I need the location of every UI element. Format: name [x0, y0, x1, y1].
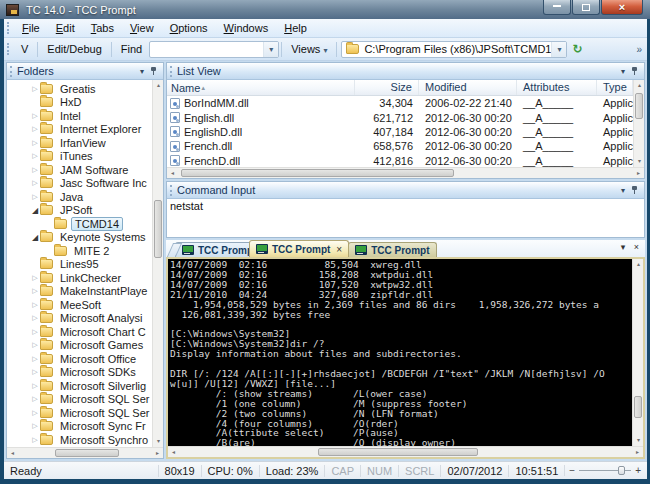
scroll-up-icon[interactable]: ▴	[633, 259, 643, 270]
panel-menu-icon[interactable]: ▾	[618, 186, 628, 195]
tree-item[interactable]: ▷Jasc Software Inc	[7, 177, 152, 191]
expand-arrow-icon[interactable]: ▷	[30, 355, 40, 363]
menu-item-help[interactable]: Help	[276, 20, 315, 36]
scrollbar-thumb[interactable]	[635, 93, 643, 119]
expand-arrow-icon[interactable]: ▷	[30, 341, 40, 349]
panel-menu-icon[interactable]: ▾	[137, 67, 147, 76]
expand-arrow-icon[interactable]: ▷	[30, 152, 40, 160]
tree-item[interactable]: ▷Microsoft SDKs	[7, 366, 152, 380]
tree-item[interactable]: ◢Keynote Systems	[7, 231, 152, 245]
command-input-field[interactable]: netstat	[167, 199, 644, 237]
expand-arrow-icon[interactable]: ▷	[30, 193, 40, 201]
folder-tree-hscrollbar[interactable]: ◂ ▸	[7, 447, 163, 458]
tree-item[interactable]: ▷Internet Explorer	[7, 123, 152, 137]
chevron-down-icon[interactable]: ▾	[551, 42, 566, 57]
pin-icon[interactable]	[630, 65, 639, 77]
scroll-down-icon[interactable]: ▾	[153, 436, 163, 447]
tree-item[interactable]: ▷Microsoft Silverlig	[7, 379, 152, 393]
console-vscrollbar[interactable]: ▴ ▾	[632, 259, 643, 446]
address-path[interactable]: C:\Program Files (x86)\JPSoft\TCMD14	[361, 43, 551, 55]
scrollbar-thumb[interactable]	[634, 396, 642, 418]
collapse-arrow-icon[interactable]: ◢	[30, 233, 40, 242]
file-list-hscrollbar[interactable]: ◂ ▸	[167, 167, 644, 178]
expand-arrow-icon[interactable]: ▷	[30, 139, 40, 147]
views-button[interactable]: Views ▾	[284, 40, 334, 58]
find-combobox[interactable]: ▾	[149, 41, 279, 58]
panel-menu-icon[interactable]: ▾	[618, 67, 628, 76]
scrollbar-thumb[interactable]	[55, 449, 119, 457]
tree-item[interactable]: ▷iTunes	[7, 150, 152, 164]
tree-item[interactable]: ▷Microsoft Synchro	[7, 433, 152, 447]
tree-item[interactable]: TCMD14	[7, 217, 152, 231]
close-tab-icon[interactable]: ×	[336, 244, 342, 255]
close-console-icon[interactable]: ×	[631, 242, 642, 252]
edit-debug-button[interactable]: Edit/Debug	[40, 40, 108, 58]
scroll-down-icon[interactable]: ▾	[634, 156, 644, 167]
list-view-panel-header[interactable]: List View ▾	[167, 63, 644, 80]
slider-track[interactable]	[579, 470, 631, 471]
expand-arrow-icon[interactable]: ▷	[30, 436, 40, 444]
expand-arrow-icon[interactable]: ▷	[30, 314, 40, 322]
file-row[interactable]: FrenchD.dll412,8162012-06-30 00:20__A___…	[167, 154, 633, 167]
console-tab[interactable]: TCC Prompt	[348, 242, 436, 257]
zoom-slider[interactable]: − +	[564, 465, 647, 476]
column-header-type[interactable]: Type	[597, 80, 633, 95]
expand-arrow-icon[interactable]: ▷	[30, 125, 40, 133]
tree-item[interactable]: ▷MeeSoft	[7, 298, 152, 312]
minimize-button[interactable]	[543, 0, 571, 15]
address-combobox[interactable]: C:\Program Files (x86)\JPSoft\TCMD14 ▾	[341, 41, 567, 58]
scroll-left-icon[interactable]: ◂	[168, 447, 179, 458]
scroll-up-icon[interactable]: ▴	[153, 80, 163, 91]
tree-item[interactable]: ▷IrfanView	[7, 136, 152, 150]
expand-arrow-icon[interactable]: ▷	[30, 382, 40, 390]
scroll-right-icon[interactable]: ▸	[632, 447, 643, 458]
zoom-out-icon[interactable]: −	[569, 465, 575, 476]
scroll-right-icon[interactable]: ▸	[152, 448, 163, 459]
command-input-panel-header[interactable]: Command Input ▾	[167, 182, 644, 199]
expand-arrow-icon[interactable]: ▷	[30, 274, 40, 282]
tree-item[interactable]: ▷Microsoft SQL Ser	[7, 393, 152, 407]
expand-arrow-icon[interactable]: ▷	[30, 301, 40, 309]
scroll-left-icon[interactable]: ◂	[7, 448, 18, 459]
toolbar-grip[interactable]	[7, 43, 10, 55]
menu-item-edit[interactable]: Edit	[48, 20, 83, 36]
tree-item[interactable]: ▷Microsoft Office	[7, 352, 152, 366]
menu-item-tabs[interactable]: Tabs	[83, 20, 122, 36]
file-row[interactable]: EnglishD.dll407,1842012-06-30 00:20__A__…	[167, 125, 633, 139]
pin-icon[interactable]	[149, 65, 158, 77]
expand-arrow-icon[interactable]: ▷	[30, 368, 40, 376]
tree-item[interactable]: ▷Microsoft Games	[7, 339, 152, 353]
console-tab[interactable]: TCC Prompt	[175, 242, 253, 257]
tree-item[interactable]: MITE 2	[7, 244, 152, 258]
scrollbar-thumb[interactable]	[318, 448, 478, 456]
scroll-up-icon[interactable]: ▴	[634, 80, 644, 91]
console-body[interactable]: 14/07/2009 02:16 85,504 xwreg.dll 14/07/…	[168, 259, 643, 446]
expand-arrow-icon[interactable]: ▷	[30, 422, 40, 430]
console-tab[interactable]: TCC Prompt×	[249, 240, 349, 257]
expand-arrow-icon[interactable]: ▷	[30, 112, 40, 120]
console-hscrollbar[interactable]: ◂ ▸	[168, 446, 643, 457]
menu-item-options[interactable]: Options	[162, 20, 216, 36]
v-button[interactable]: V	[14, 40, 35, 58]
expand-arrow-icon[interactable]: ▷	[30, 179, 40, 187]
scroll-right-icon[interactable]: ▸	[633, 168, 644, 179]
chevron-down-icon[interactable]: ▾	[263, 42, 278, 57]
tree-item[interactable]: ▷Greatis	[7, 82, 152, 96]
expand-arrow-icon[interactable]: ▷	[30, 287, 40, 295]
tree-item[interactable]: HxD	[7, 96, 152, 110]
column-header-name[interactable]: Name ▲	[167, 80, 355, 95]
folders-panel-header[interactable]: Folders ▾	[7, 63, 163, 80]
tree-item[interactable]: ▷Intel	[7, 109, 152, 123]
collapse-arrow-icon[interactable]: ◢	[30, 206, 40, 215]
zoom-in-icon[interactable]: +	[635, 465, 641, 476]
menu-item-windows[interactable]: Windows	[216, 20, 277, 36]
tree-item[interactable]: ▷Microsoft Chart C	[7, 325, 152, 339]
column-header-size[interactable]: Size	[355, 80, 419, 95]
toolbar-overflow-icon[interactable]: »	[636, 44, 642, 55]
menu-item-view[interactable]: View	[122, 20, 162, 36]
tree-item[interactable]: ▷Microsoft Sync Fr	[7, 420, 152, 434]
tree-item[interactable]: ▷Java	[7, 190, 152, 204]
tree-item[interactable]: ▷MakeInstantPlaye	[7, 285, 152, 299]
scroll-left-icon[interactable]: ◂	[167, 168, 178, 179]
file-row[interactable]: English.dll621,7122012-06-30 00:20__A___…	[167, 110, 633, 124]
